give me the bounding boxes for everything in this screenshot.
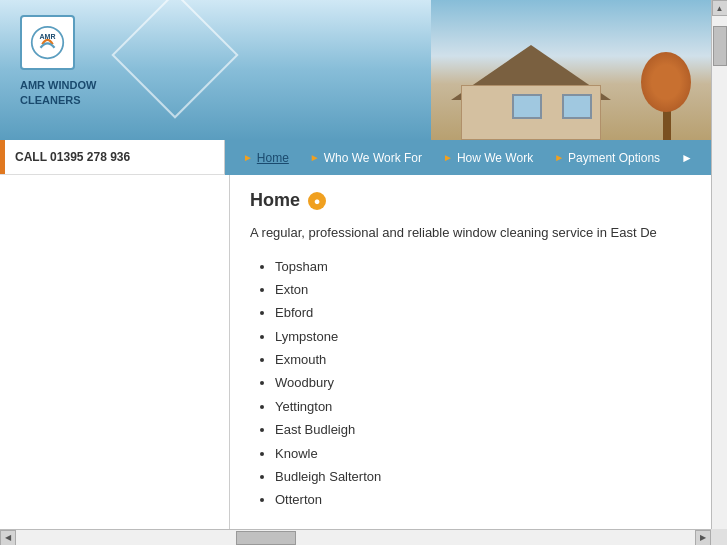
title-icon: ●	[308, 192, 326, 210]
scrollbar-corner	[711, 529, 727, 545]
nav-arrow-how: ►	[443, 152, 453, 163]
company-name: AMR WINDOW CLEANERS	[20, 78, 96, 109]
content-main: Home ● A regular, professional and relia…	[230, 175, 711, 529]
scroll-thumb-horizontal[interactable]	[236, 531, 296, 545]
header-decoration	[111, 0, 238, 119]
logo-area: AMR AMR WINDOW CLEANERS	[0, 0, 116, 124]
nav-item-how[interactable]: ► How We Work	[435, 148, 541, 168]
scrollbar-vertical[interactable]: ▲ ▼	[711, 0, 727, 545]
nav-item-more[interactable]: ►	[673, 148, 701, 168]
logo-icon: AMR	[30, 25, 65, 60]
nav-arrow-home: ►	[243, 152, 253, 163]
logo-box: AMR	[20, 15, 75, 70]
nav-arrow-payment: ►	[554, 152, 564, 163]
list-item: Woodbury	[275, 371, 691, 394]
list-item: Ebford	[275, 301, 691, 324]
svg-text:AMR: AMR	[40, 33, 56, 40]
content-description: A regular, professional and reliable win…	[250, 223, 691, 243]
phone-number: CALL 01395 278 936	[0, 140, 225, 175]
list-item: Lympstone	[275, 325, 691, 348]
nav-link-home[interactable]: Home	[257, 151, 289, 165]
list-item: Exmouth	[275, 348, 691, 371]
list-item: East Budleigh	[275, 418, 691, 441]
list-item: Otterton	[275, 488, 691, 511]
list-item: Budleigh Salterton	[275, 465, 691, 488]
service-areas-list: Topsham Exton Ebford Lympstone Exmouth W…	[250, 255, 691, 512]
nav-link-how[interactable]: How We Work	[457, 151, 533, 165]
nav-links: ► Home ► Who We Work For ► How We Work ►…	[225, 140, 711, 175]
content-area: Home ● A regular, professional and relia…	[0, 175, 711, 529]
header-house-image	[431, 0, 711, 140]
nav-link-payment[interactable]: Payment Options	[568, 151, 660, 165]
scroll-right-button[interactable]: ▶	[695, 530, 711, 546]
nav-arrow-who: ►	[310, 152, 320, 163]
scroll-up-button[interactable]: ▲	[712, 0, 728, 16]
nav-arrow-more: ►	[681, 151, 693, 165]
navigation-bar: CALL 01395 278 936 ► Home ► Who We Work …	[0, 140, 711, 175]
nav-item-payment[interactable]: ► Payment Options	[546, 148, 668, 168]
header: AMR AMR WINDOW CLEANERS	[0, 0, 711, 140]
scrollbar-horizontal[interactable]: ◀ ▶	[0, 529, 711, 545]
list-item: Exton	[275, 278, 691, 301]
call-accent	[0, 140, 5, 174]
nav-link-who[interactable]: Who We Work For	[324, 151, 422, 165]
list-item: Yettington	[275, 395, 691, 418]
scroll-track-horizontal[interactable]	[16, 530, 695, 545]
scroll-track-vertical[interactable]	[712, 16, 727, 529]
content-sidebar	[0, 175, 230, 529]
list-item: Topsham	[275, 255, 691, 278]
scroll-left-button[interactable]: ◀	[0, 530, 16, 546]
scroll-thumb-vertical[interactable]	[713, 26, 727, 66]
nav-item-home[interactable]: ► Home	[235, 148, 297, 168]
page-title: Home ●	[250, 190, 691, 211]
nav-item-who[interactable]: ► Who We Work For	[302, 148, 430, 168]
list-item: Knowle	[275, 442, 691, 465]
